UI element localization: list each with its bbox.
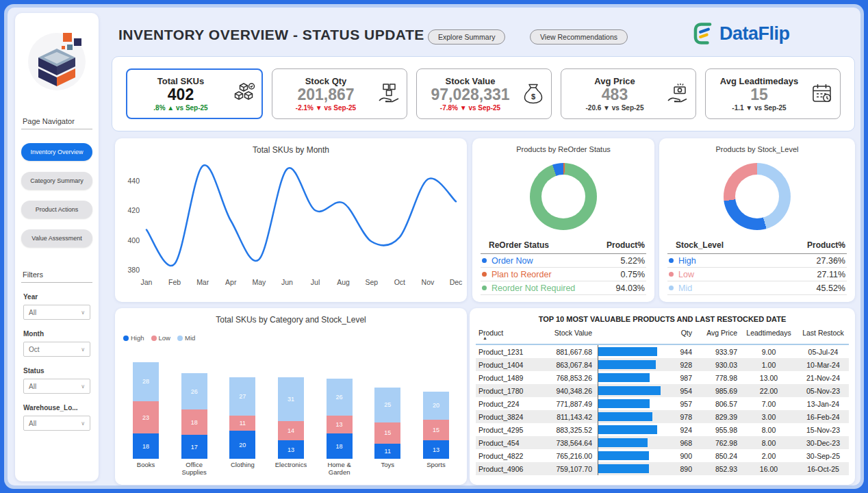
table-row[interactable]: Product_4906759,107.70890852.9316.0016-O… bbox=[476, 462, 849, 475]
legend-value: 5.22% bbox=[621, 256, 645, 266]
bar-stack[interactable]: 251511 bbox=[374, 388, 400, 459]
legend-item-high[interactable]: High27.36% bbox=[667, 254, 847, 268]
legend-item-low[interactable]: Low bbox=[151, 334, 170, 342]
reorder-donut-chart[interactable] bbox=[530, 163, 597, 230]
x-axis-tick: Mar bbox=[196, 278, 209, 286]
kpi-card-avg-price[interactable]: Avg Price483-20.6 ▼ vs Sep-25 bbox=[561, 68, 696, 119]
chevron-down-icon: ∨ bbox=[81, 420, 85, 427]
bar-segment-low[interactable]: 18 bbox=[181, 409, 207, 435]
cell-data-bar bbox=[598, 358, 663, 371]
x-axis-tick: Jul bbox=[311, 278, 320, 286]
column-header-leadtimedays[interactable]: Leadtimedays bbox=[740, 329, 797, 337]
kpi-card-avg-leadtimedays[interactable]: Avg Leadtimedays15-1.1 ▼ vs Sep-25 bbox=[705, 68, 841, 119]
stock-level-donut-chart[interactable] bbox=[724, 163, 791, 230]
legend-item-plan-to-reorder[interactable]: Plan to Reorder0.75% bbox=[481, 268, 646, 281]
kpi-card-total-skus[interactable]: Total SKUs402.8% ▲ vs Sep-25 bbox=[126, 68, 263, 119]
bar-segment-low[interactable]: 14 bbox=[278, 421, 304, 441]
legend-item-high[interactable]: High bbox=[123, 334, 144, 342]
bar-stack[interactable]: 311413 bbox=[278, 377, 304, 459]
cell-last-restock: 13-Jan-24 bbox=[797, 400, 849, 408]
hand-boxes-icon bbox=[376, 81, 401, 106]
legend-item-mid[interactable]: Mid45.52% bbox=[667, 281, 847, 295]
sidebar-item-category-summary[interactable]: Category Summary bbox=[21, 172, 92, 190]
bar-segment-high[interactable]: 13 bbox=[423, 440, 449, 459]
legend-label: High bbox=[131, 334, 144, 342]
table-row[interactable]: Product_1404863,067.84928930.031.0010-Ma… bbox=[476, 358, 849, 371]
legend-header-value: Product% bbox=[607, 240, 645, 250]
bar-segment-high[interactable]: 20 bbox=[229, 431, 255, 459]
table-row[interactable]: Product_1780940,348.26954985.6922.0005-N… bbox=[476, 384, 849, 397]
column-header-product[interactable]: Product▲ bbox=[476, 329, 536, 340]
bar-segment-mid[interactable]: 26 bbox=[181, 373, 207, 409]
bar-stack[interactable]: 201513 bbox=[423, 392, 449, 459]
bar-segment-mid[interactable]: 27 bbox=[229, 377, 255, 415]
bar-segment-mid[interactable]: 20 bbox=[423, 392, 449, 420]
column-header-qty[interactable]: Qty bbox=[663, 329, 695, 337]
table-row[interactable]: Product_1231881,667.68944933.979.0005-Ju… bbox=[476, 345, 849, 358]
table-row[interactable]: Product_3824811,143.42978829.393.0016-Fe… bbox=[476, 410, 849, 423]
filter-dropdown-warehouse-lo-[interactable]: All∨ bbox=[23, 416, 90, 431]
column-header-stock-value[interactable]: Stock Value bbox=[536, 329, 598, 337]
bar-segment-low[interactable]: 15 bbox=[423, 420, 449, 441]
bar-segment-low[interactable]: 15 bbox=[374, 422, 400, 444]
x-axis-tick: Dec bbox=[450, 278, 463, 286]
bar-segment-mid[interactable]: 25 bbox=[374, 388, 400, 422]
reorder-legend: ReOrder StatusProduct%Order Now5.22%Plan… bbox=[481, 238, 646, 295]
bar-stack[interactable]: 271120 bbox=[229, 377, 255, 459]
bar-segment-high[interactable]: 17 bbox=[181, 435, 207, 459]
cell-last-restock: 16-Feb-24 bbox=[797, 413, 849, 421]
filter-dropdown-status[interactable]: All∨ bbox=[23, 379, 90, 394]
bar-segment-low[interactable]: 13 bbox=[327, 416, 353, 434]
bar-segment-high[interactable]: 13 bbox=[278, 440, 304, 459]
table-row[interactable]: Product_1489768,853.26987778.9813.0021-N… bbox=[476, 371, 849, 384]
cell-leadtimedays: 8.00 bbox=[740, 439, 797, 447]
dataflip-icon bbox=[692, 21, 717, 46]
table-row[interactable]: Product_454738,564.64968762.988.0030-Dec… bbox=[476, 436, 849, 449]
cell-avg-price: 829.39 bbox=[695, 413, 740, 421]
explore-summary-button[interactable]: Explore Summary bbox=[428, 29, 505, 45]
line-series[interactable] bbox=[146, 165, 456, 266]
legend-item-order-now[interactable]: Order Now5.22% bbox=[481, 254, 646, 268]
table-row[interactable]: Product_4822765,216.00900850.242.0030-Se… bbox=[476, 449, 849, 462]
filter-group: YearAll∨ bbox=[21, 293, 92, 320]
sidebar-item-product-actions[interactable]: Product Actions bbox=[21, 201, 92, 218]
stock-value-bar bbox=[598, 399, 650, 408]
bar-segment-high[interactable]: 18 bbox=[327, 433, 353, 459]
kpi-card-stock-value[interactable]: Stock Value97,028,331-7.8% ▼ vs Sep-25$ bbox=[416, 68, 552, 119]
legend-item-reorder-not-required[interactable]: Reorder Not Required94.03% bbox=[481, 281, 646, 295]
cell-data-bar bbox=[598, 462, 663, 475]
stacked-bar-chart[interactable]: 282318Books261817Office Supplies271120Cl… bbox=[125, 346, 457, 478]
kpi-value: 201,867 bbox=[297, 86, 354, 103]
column-header-last-restock[interactable]: Last Restock bbox=[797, 329, 849, 337]
bar-segment-mid[interactable]: 31 bbox=[278, 377, 304, 421]
reorder-status-panel: Products by ReOrder Status ReOrder Statu… bbox=[472, 138, 654, 302]
table-row[interactable]: Product_4295883,325.52924955.988.0015-No… bbox=[476, 423, 849, 436]
bar-stack[interactable]: 282318 bbox=[133, 362, 159, 459]
legend-dot bbox=[482, 272, 487, 277]
sidebar-item-value-assessment[interactable]: Value Assessment bbox=[21, 229, 92, 247]
kpi-card-stock-qty[interactable]: Stock Qty201,867-2.1% ▼ vs Sep-25 bbox=[272, 68, 407, 119]
cell-data-bar bbox=[598, 384, 663, 397]
table-row[interactable]: Product_224771,887.49957806.577.0013-Jan… bbox=[476, 397, 849, 410]
bar-segment-mid[interactable]: 28 bbox=[133, 362, 159, 401]
bar-segment-high[interactable]: 18 bbox=[133, 433, 159, 459]
filter-dropdown-month[interactable]: Oct∨ bbox=[23, 342, 90, 357]
bar-segment-high[interactable]: 11 bbox=[374, 444, 400, 459]
legend-item-mid[interactable]: Mid bbox=[177, 334, 195, 342]
legend-item-low[interactable]: Low27.11% bbox=[667, 268, 847, 281]
line-chart[interactable]: 380400420440JanFebMarAprMayJunJulAugSepO… bbox=[119, 156, 463, 294]
cell-leadtimedays: 13.00 bbox=[740, 374, 797, 382]
filter-value: All bbox=[29, 383, 36, 390]
bar-stack[interactable]: 261318 bbox=[327, 379, 353, 459]
filter-dropdown-year[interactable]: All∨ bbox=[23, 305, 90, 320]
bar-segment-low[interactable]: 11 bbox=[229, 416, 255, 431]
cell-avg-price: 778.98 bbox=[695, 374, 740, 382]
sidebar-item-inventory-overview[interactable]: Inventory Overview bbox=[21, 143, 92, 161]
bar-stack[interactable]: 261817 bbox=[181, 373, 207, 459]
bar-segment-low[interactable]: 23 bbox=[133, 401, 159, 433]
company-logo bbox=[24, 21, 90, 97]
bar-segment-mid[interactable]: 26 bbox=[327, 379, 353, 415]
column-header-avg-price[interactable]: Avg Price bbox=[695, 329, 740, 337]
bar-column-electronics: 311413Electronics bbox=[270, 346, 312, 478]
view-recommendations-button[interactable]: View Recommendations bbox=[530, 29, 628, 45]
